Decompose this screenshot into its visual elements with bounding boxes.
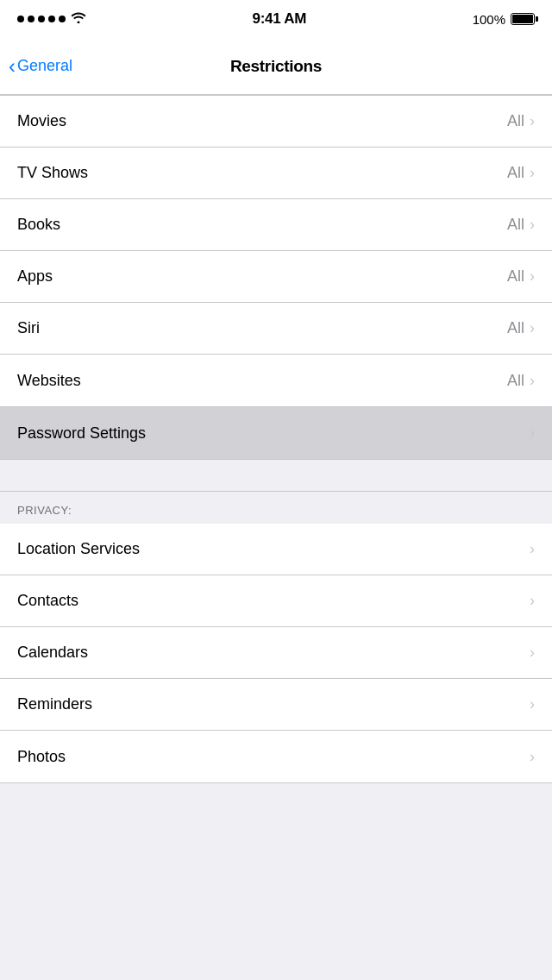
row-calendars[interactable]: Calendars ›	[0, 627, 552, 679]
row-websites[interactable]: Websites All ›	[0, 355, 552, 406]
page-title: Restrictions	[230, 57, 322, 76]
row-reminders[interactable]: Reminders ›	[0, 679, 552, 731]
status-bar: 9:41 AM 100%	[0, 0, 552, 38]
battery-percentage: 100%	[473, 12, 505, 27]
calendars-chevron-icon: ›	[530, 644, 535, 662]
row-apps[interactable]: Apps All ›	[0, 251, 552, 303]
apps-value: All	[507, 267, 524, 286]
content-settings-group: Movies All › TV Shows All › Books All › …	[0, 95, 552, 407]
books-chevron-icon: ›	[530, 216, 535, 234]
photos-label: Photos	[17, 748, 66, 766]
tv-shows-chevron-icon: ›	[530, 164, 535, 182]
contacts-chevron-icon: ›	[530, 592, 535, 610]
back-button[interactable]: ‹ General	[9, 56, 72, 77]
signal-dot-2	[28, 16, 34, 22]
password-settings-chevron-icon: ›	[530, 424, 535, 443]
signal-dots	[17, 16, 66, 22]
status-bar-left	[17, 11, 86, 27]
calendars-label: Calendars	[17, 644, 88, 662]
row-photos[interactable]: Photos ›	[0, 731, 552, 782]
tv-shows-value: All	[507, 164, 524, 182]
apps-label: Apps	[17, 267, 53, 286]
row-location-services[interactable]: Location Services ›	[0, 524, 552, 575]
websites-chevron-icon: ›	[530, 372, 535, 390]
location-services-right: ›	[530, 540, 535, 558]
row-password-settings[interactable]: Password Settings ›	[0, 407, 552, 459]
location-services-chevron-icon: ›	[530, 540, 535, 558]
apps-right: All ›	[507, 267, 535, 286]
privacy-settings-group: Location Services › Contacts › Calendars…	[0, 524, 552, 783]
reminders-right: ›	[530, 695, 535, 713]
row-tv-shows[interactable]: TV Shows All ›	[0, 148, 552, 199]
photos-right: ›	[530, 748, 535, 766]
signal-dot-3	[38, 16, 45, 22]
siri-label: Siri	[17, 319, 40, 337]
contacts-label: Contacts	[17, 592, 78, 610]
books-value: All	[507, 216, 524, 234]
websites-label: Websites	[17, 372, 81, 390]
signal-dot-1	[17, 16, 24, 22]
movies-chevron-icon: ›	[530, 112, 535, 130]
movies-value: All	[507, 112, 524, 130]
row-books[interactable]: Books All ›	[0, 199, 552, 251]
row-movies[interactable]: Movies All ›	[0, 96, 552, 148]
reminders-label: Reminders	[17, 695, 92, 713]
location-services-label: Location Services	[17, 540, 140, 558]
books-right: All ›	[507, 216, 535, 234]
tv-shows-label: TV Shows	[17, 164, 88, 182]
reminders-chevron-icon: ›	[530, 695, 535, 713]
nav-bar: ‹ General Restrictions	[0, 38, 552, 95]
password-settings-label: Password Settings	[17, 424, 146, 443]
row-siri[interactable]: Siri All ›	[0, 303, 552, 355]
contacts-right: ›	[530, 592, 535, 610]
status-bar-time: 9:41 AM	[253, 10, 306, 28]
books-label: Books	[17, 216, 60, 234]
signal-dot-4	[48, 16, 55, 22]
tv-shows-right: All ›	[507, 164, 535, 182]
privacy-section-header: PRIVACY:	[0, 491, 552, 524]
back-chevron-icon: ‹	[9, 56, 16, 77]
websites-value: All	[507, 372, 524, 390]
password-settings-group: Password Settings ›	[0, 407, 552, 460]
wifi-icon	[71, 11, 86, 27]
siri-chevron-icon: ›	[530, 319, 535, 337]
movies-label: Movies	[17, 112, 66, 130]
row-contacts[interactable]: Contacts ›	[0, 575, 552, 627]
movies-right: All ›	[507, 112, 535, 130]
battery-icon	[511, 13, 535, 25]
siri-value: All	[507, 319, 524, 337]
signal-dot-5	[59, 16, 66, 22]
websites-right: All ›	[507, 372, 535, 390]
photos-chevron-icon: ›	[530, 748, 535, 766]
back-button-label: General	[17, 57, 72, 75]
status-bar-right: 100%	[473, 12, 535, 27]
calendars-right: ›	[530, 644, 535, 662]
apps-chevron-icon: ›	[530, 267, 535, 286]
siri-right: All ›	[507, 319, 535, 337]
spacer-before-privacy	[0, 460, 552, 491]
password-settings-right: ›	[530, 424, 535, 443]
